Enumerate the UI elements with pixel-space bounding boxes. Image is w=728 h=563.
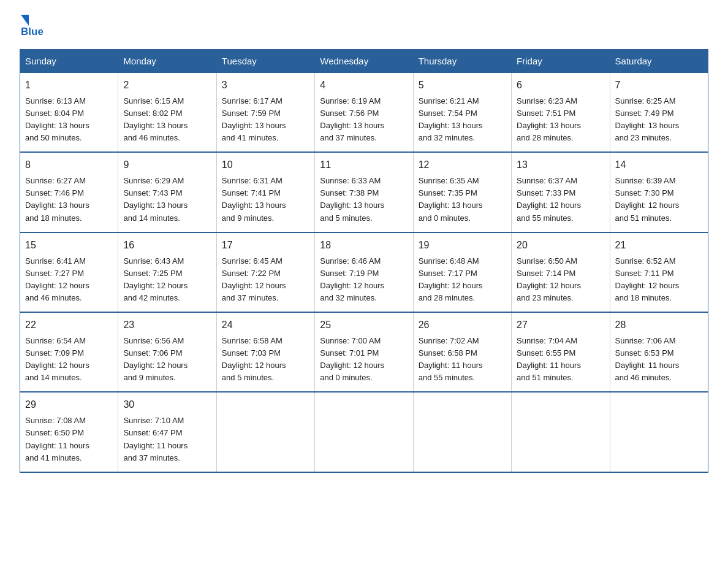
- day-number: 16: [123, 238, 211, 253]
- calendar-cell: [512, 392, 610, 472]
- logo-arrow-icon: [21, 15, 29, 26]
- day-number: 3: [222, 78, 309, 93]
- calendar-cell: 22Sunrise: 6:54 AM Sunset: 7:09 PM Dayli…: [20, 312, 118, 392]
- calendar-cell: 21Sunrise: 6:52 AM Sunset: 7:11 PM Dayli…: [610, 232, 708, 312]
- day-info: Sunrise: 6:52 AM Sunset: 7:11 PM Dayligh…: [615, 255, 703, 305]
- calendar-table: SundayMondayTuesdayWednesdayThursdayFrid…: [20, 49, 708, 473]
- day-info: Sunrise: 7:06 AM Sunset: 6:53 PM Dayligh…: [615, 335, 703, 385]
- day-number: 12: [419, 158, 506, 173]
- day-info: Sunrise: 7:00 AM Sunset: 7:01 PM Dayligh…: [320, 335, 408, 385]
- day-number: 30: [123, 397, 211, 413]
- calendar-cell: 23Sunrise: 6:56 AM Sunset: 7:06 PM Dayli…: [118, 312, 216, 392]
- day-info: Sunrise: 6:33 AM Sunset: 7:38 PM Dayligh…: [320, 175, 408, 224]
- weekday-header-monday: Monday: [118, 50, 216, 73]
- calendar-cell: 2Sunrise: 6:15 AM Sunset: 8:02 PM Daylig…: [118, 73, 216, 153]
- day-info: Sunrise: 6:15 AM Sunset: 8:02 PM Dayligh…: [123, 95, 211, 145]
- day-info: Sunrise: 6:37 AM Sunset: 7:33 PM Dayligh…: [517, 175, 604, 224]
- day-info: Sunrise: 6:13 AM Sunset: 8:04 PM Dayligh…: [25, 95, 113, 145]
- calendar-cell: [216, 392, 314, 472]
- calendar-cell: 14Sunrise: 6:39 AM Sunset: 7:30 PM Dayli…: [610, 152, 708, 232]
- day-number: 26: [419, 318, 506, 333]
- day-number: 22: [25, 318, 113, 333]
- calendar-week-row: 22Sunrise: 6:54 AM Sunset: 7:09 PM Dayli…: [20, 312, 708, 392]
- day-info: Sunrise: 6:54 AM Sunset: 7:09 PM Dayligh…: [25, 335, 113, 385]
- day-number: 28: [615, 318, 703, 333]
- day-number: 29: [25, 397, 113, 413]
- day-info: Sunrise: 6:45 AM Sunset: 7:22 PM Dayligh…: [222, 255, 309, 305]
- calendar-cell: [315, 392, 413, 472]
- weekday-header-friday: Friday: [512, 50, 610, 73]
- calendar-cell: 9Sunrise: 6:29 AM Sunset: 7:43 PM Daylig…: [118, 152, 216, 232]
- day-info: Sunrise: 6:35 AM Sunset: 7:35 PM Dayligh…: [419, 175, 506, 224]
- calendar-cell: 8Sunrise: 6:27 AM Sunset: 7:46 PM Daylig…: [20, 152, 118, 232]
- day-number: 24: [222, 318, 309, 333]
- day-number: 4: [320, 78, 408, 93]
- calendar-week-row: 1Sunrise: 6:13 AM Sunset: 8:04 PM Daylig…: [20, 73, 708, 153]
- weekday-header-tuesday: Tuesday: [216, 50, 314, 73]
- day-info: Sunrise: 6:21 AM Sunset: 7:54 PM Dayligh…: [419, 95, 506, 145]
- calendar-cell: 29Sunrise: 7:08 AM Sunset: 6:50 PM Dayli…: [20, 392, 118, 472]
- day-number: 10: [222, 158, 309, 173]
- day-info: Sunrise: 6:23 AM Sunset: 7:51 PM Dayligh…: [517, 95, 604, 145]
- day-info: Sunrise: 6:31 AM Sunset: 7:41 PM Dayligh…: [222, 175, 309, 224]
- day-info: Sunrise: 6:25 AM Sunset: 7:49 PM Dayligh…: [615, 95, 703, 145]
- day-number: 20: [517, 238, 604, 253]
- day-number: 18: [320, 238, 408, 253]
- day-number: 27: [517, 318, 604, 333]
- calendar-cell: 25Sunrise: 7:00 AM Sunset: 7:01 PM Dayli…: [315, 312, 413, 392]
- calendar-week-row: 8Sunrise: 6:27 AM Sunset: 7:46 PM Daylig…: [20, 152, 708, 232]
- weekday-header-sunday: Sunday: [20, 50, 118, 73]
- calendar-cell: 6Sunrise: 6:23 AM Sunset: 7:51 PM Daylig…: [512, 73, 610, 153]
- day-info: Sunrise: 7:02 AM Sunset: 6:58 PM Dayligh…: [419, 335, 506, 385]
- day-info: Sunrise: 6:39 AM Sunset: 7:30 PM Dayligh…: [615, 175, 703, 224]
- calendar-cell: 7Sunrise: 6:25 AM Sunset: 7:49 PM Daylig…: [610, 73, 708, 153]
- day-info: Sunrise: 6:17 AM Sunset: 7:59 PM Dayligh…: [222, 95, 309, 145]
- calendar-week-row: 29Sunrise: 7:08 AM Sunset: 6:50 PM Dayli…: [20, 392, 708, 472]
- calendar-cell: 5Sunrise: 6:21 AM Sunset: 7:54 PM Daylig…: [413, 73, 511, 153]
- day-number: 25: [320, 318, 408, 333]
- logo: Blue: [20, 15, 44, 38]
- calendar-cell: 4Sunrise: 6:19 AM Sunset: 7:56 PM Daylig…: [315, 73, 413, 153]
- day-number: 8: [25, 158, 113, 173]
- weekday-header-saturday: Saturday: [610, 50, 708, 73]
- weekday-header-row: SundayMondayTuesdayWednesdayThursdayFrid…: [20, 50, 708, 73]
- day-number: 13: [517, 158, 604, 173]
- day-number: 1: [25, 78, 113, 93]
- calendar-week-row: 15Sunrise: 6:41 AM Sunset: 7:27 PM Dayli…: [20, 232, 708, 312]
- logo-text: [20, 15, 29, 27]
- day-info: Sunrise: 6:50 AM Sunset: 7:14 PM Dayligh…: [517, 255, 604, 305]
- calendar-cell: 3Sunrise: 6:17 AM Sunset: 7:59 PM Daylig…: [216, 73, 314, 153]
- calendar-cell: 26Sunrise: 7:02 AM Sunset: 6:58 PM Dayli…: [413, 312, 511, 392]
- day-number: 15: [25, 238, 113, 253]
- day-number: 6: [517, 78, 604, 93]
- day-info: Sunrise: 7:10 AM Sunset: 6:47 PM Dayligh…: [123, 415, 211, 464]
- logo-subtitle: Blue: [21, 26, 44, 38]
- calendar-cell: 12Sunrise: 6:35 AM Sunset: 7:35 PM Dayli…: [413, 152, 511, 232]
- calendar-cell: [413, 392, 511, 472]
- day-info: Sunrise: 6:41 AM Sunset: 7:27 PM Dayligh…: [25, 255, 113, 305]
- calendar-cell: 18Sunrise: 6:46 AM Sunset: 7:19 PM Dayli…: [315, 232, 413, 312]
- day-info: Sunrise: 6:56 AM Sunset: 7:06 PM Dayligh…: [123, 335, 211, 385]
- day-info: Sunrise: 6:46 AM Sunset: 7:19 PM Dayligh…: [320, 255, 408, 305]
- weekday-header-thursday: Thursday: [413, 50, 511, 73]
- calendar-cell: 19Sunrise: 6:48 AM Sunset: 7:17 PM Dayli…: [413, 232, 511, 312]
- day-number: 5: [419, 78, 506, 93]
- calendar-cell: 10Sunrise: 6:31 AM Sunset: 7:41 PM Dayli…: [216, 152, 314, 232]
- calendar-cell: 20Sunrise: 6:50 AM Sunset: 7:14 PM Dayli…: [512, 232, 610, 312]
- page-header: Blue: [20, 15, 708, 38]
- day-info: Sunrise: 6:58 AM Sunset: 7:03 PM Dayligh…: [222, 335, 309, 385]
- day-number: 19: [419, 238, 506, 253]
- day-info: Sunrise: 6:43 AM Sunset: 7:25 PM Dayligh…: [123, 255, 211, 305]
- calendar-cell: 17Sunrise: 6:45 AM Sunset: 7:22 PM Dayli…: [216, 232, 314, 312]
- day-number: 23: [123, 318, 211, 333]
- calendar-cell: 1Sunrise: 6:13 AM Sunset: 8:04 PM Daylig…: [20, 73, 118, 153]
- day-number: 11: [320, 158, 408, 173]
- day-info: Sunrise: 6:29 AM Sunset: 7:43 PM Dayligh…: [123, 175, 211, 224]
- calendar-cell: 24Sunrise: 6:58 AM Sunset: 7:03 PM Dayli…: [216, 312, 314, 392]
- calendar-cell: [610, 392, 708, 472]
- day-number: 14: [615, 158, 703, 173]
- calendar-cell: 15Sunrise: 6:41 AM Sunset: 7:27 PM Dayli…: [20, 232, 118, 312]
- day-info: Sunrise: 7:08 AM Sunset: 6:50 PM Dayligh…: [25, 415, 113, 464]
- calendar-cell: 28Sunrise: 7:06 AM Sunset: 6:53 PM Dayli…: [610, 312, 708, 392]
- day-number: 17: [222, 238, 309, 253]
